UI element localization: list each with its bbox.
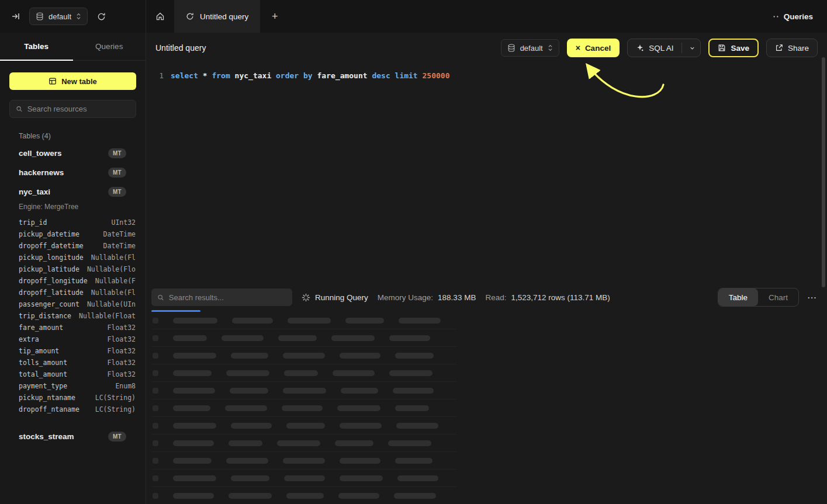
new-tab-button[interactable]: + [260, 0, 289, 33]
tab-untitled-query[interactable]: Untitled query [174, 0, 260, 33]
cancel-label: Cancel [585, 44, 611, 53]
column-row: pickup_latitudeNullable(Flo [19, 263, 136, 275]
collapse-sidebar-icon[interactable] [8, 9, 23, 24]
skeleton-cell [173, 388, 215, 394]
column-name: payment_type [19, 380, 67, 392]
skeleton-cell [345, 318, 384, 324]
skeleton-cell [173, 458, 212, 464]
new-table-label: New table [61, 77, 97, 86]
skeleton-cell [173, 318, 217, 324]
share-label: Share [788, 44, 809, 53]
skeleton-cell [340, 475, 383, 481]
app-window: default Untitled query + [0, 0, 827, 504]
table-name: stocks_stream [19, 432, 74, 441]
chevron-down-icon[interactable] [689, 45, 695, 51]
table-row-nyc-taxi[interactable]: nyc_taxi MT [0, 182, 146, 201]
engine-label: Engine: MergeTree [0, 201, 146, 215]
skeleton-cell [153, 370, 158, 376]
spinner-icon [302, 293, 310, 302]
column-name: dropoff_datetime [19, 240, 84, 252]
skeleton-cell [283, 458, 325, 464]
skeleton-cell [389, 370, 432, 376]
skeleton-cell [153, 423, 158, 429]
home-tab[interactable] [146, 0, 174, 33]
column-type: Nullable(Fl [91, 252, 136, 263]
skeleton-cell [225, 405, 267, 411]
read-value: 1,523,712 rows (113.71 MB) [511, 293, 610, 302]
close-icon: × [576, 43, 580, 53]
table-row-stocks-stream[interactable]: stocks_stream MT [0, 427, 146, 446]
table-row-cell-towers[interactable]: cell_towers MT [0, 144, 146, 163]
skeleton-cell [229, 440, 262, 446]
column-row: passenger_countNullable(UIn [19, 298, 136, 310]
new-table-button[interactable]: New table [9, 72, 136, 90]
skeleton-cell [173, 423, 216, 429]
database-selector[interactable]: default [29, 8, 88, 25]
skeleton-row [151, 487, 457, 504]
skeleton-row [151, 435, 457, 452]
sql-ai-button[interactable]: SQL AI [627, 39, 701, 57]
table-row-hackernews[interactable]: hackernews MT [0, 163, 146, 182]
sql-token-keyword: select [171, 71, 203, 80]
query-database-value: default [520, 44, 543, 53]
skeleton-cell [335, 440, 373, 446]
table-name: hackernews [19, 168, 64, 177]
skeleton-row [151, 417, 457, 435]
divider [681, 43, 682, 53]
column-row: dropoff_datetimeDateTime [19, 240, 136, 252]
search-results-input[interactable] [169, 293, 286, 302]
skeleton-cell [283, 388, 326, 394]
save-label: Save [731, 44, 749, 53]
toggle-chart[interactable]: Chart [758, 289, 798, 306]
more-options-icon[interactable]: ⋯ [807, 292, 816, 303]
skeleton-cell [173, 440, 214, 446]
share-button[interactable]: Share [766, 39, 818, 57]
skeleton-cell [231, 475, 269, 481]
column-type: UInt32 [111, 217, 136, 228]
toggle-table[interactable]: Table [718, 289, 758, 306]
table-name: nyc_taxi [19, 187, 50, 196]
skeleton-cell [283, 353, 325, 359]
column-type: Nullable(Flo [87, 263, 136, 275]
sql-editor[interactable]: 1 select * from nyc_taxi order by fare_a… [146, 63, 827, 285]
vertical-scrollbar[interactable] [822, 57, 825, 287]
column-name: trip_distance [19, 310, 71, 322]
search-resources-input[interactable] [27, 105, 130, 113]
queries-button[interactable]: Queries [772, 12, 813, 21]
column-name: extra [19, 333, 39, 345]
column-type: Enum8 [115, 380, 136, 392]
column-row: pickup_longitudeNullable(Fl [19, 252, 136, 263]
skeleton-cell [173, 335, 207, 341]
skeleton-cell [153, 335, 158, 341]
skeleton-cell [338, 493, 379, 499]
sql-token-identifier: nyc_taxi [235, 71, 276, 80]
skeleton-row [151, 364, 457, 382]
cancel-button[interactable]: × Cancel [567, 39, 620, 57]
column-row: total_amountFloat32 [19, 369, 136, 380]
home-icon [155, 12, 165, 21]
column-name: dropoff_latitude [19, 287, 84, 298]
tab-tables[interactable]: Tables [0, 33, 73, 60]
column-type: Float32 [108, 345, 136, 357]
column-name: tolls_amount [19, 357, 67, 369]
query-database-selector[interactable]: default [501, 39, 559, 57]
resource-list: Tables (4) cell_towers MT hackernews MT … [0, 118, 146, 446]
skeleton-cell [153, 440, 158, 446]
refresh-icon[interactable] [94, 9, 109, 24]
skeleton-cell [397, 475, 438, 481]
engine-badge: MT [108, 187, 126, 197]
skeleton-cell [286, 493, 324, 499]
save-button[interactable]: Save [708, 39, 759, 57]
memory-label: Memory Usage: [378, 293, 433, 302]
skeleton-cell [226, 458, 268, 464]
updown-chevron-icon [548, 44, 553, 52]
skeleton-cell [173, 353, 216, 359]
column-type: Float32 [108, 322, 136, 333]
column-type: LC(String) [95, 404, 136, 415]
skeleton-cell [153, 493, 158, 499]
memory-value: 188.33 MB [438, 293, 476, 302]
sidebar-actions: New table [0, 61, 146, 118]
sidebar-tabs: Tables Queries [0, 33, 146, 61]
tab-queries[interactable]: Queries [73, 33, 146, 60]
engine-badge: MT [108, 168, 126, 178]
